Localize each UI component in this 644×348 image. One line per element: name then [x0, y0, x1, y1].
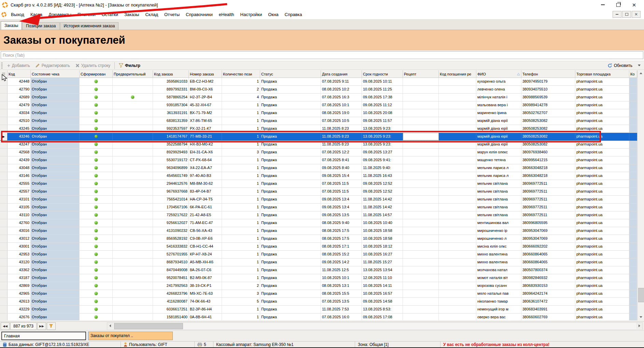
- column-header-label: Статус: [261, 71, 273, 78]
- menu-item-9[interactable]: Справочники: [183, 11, 216, 18]
- menu-item-8[interactable]: Отчеты: [161, 11, 183, 18]
- table-row[interactable]: 43187Отобран9520078451В2-М9-0К-871Продаж…: [0, 274, 637, 282]
- add-button[interactable]: + Добавить: [4, 61, 33, 70]
- column-header-prelim[interactable]: Предварительный: [113, 70, 153, 78]
- column-header-created[interactable]: Дата создания: [321, 70, 362, 78]
- column-header-order_num[interactable]: Номер заказа: [189, 70, 222, 78]
- column-header-qty[interactable]: Количество пози: [222, 70, 260, 78]
- column-header-fio[interactable]: ФИО: [476, 70, 521, 78]
- table-row[interactable]: 42760Отобран925661202771-АМ-ЕС-471Продаж…: [0, 219, 637, 227]
- menu-item-7[interactable]: Склад: [142, 11, 161, 18]
- menu-item-10[interactable]: eHealth: [216, 11, 237, 18]
- cell-status: Продажа: [260, 243, 321, 250]
- column-header-state[interactable]: Состояние чека: [31, 70, 80, 78]
- last-record-button[interactable]: ▶▶: [37, 322, 46, 330]
- mdi-close-button[interactable]: ✕: [632, 11, 641, 18]
- column-header-formed[interactable]: Сформирован: [80, 70, 113, 78]
- cell-created: 09.08.2025 13:4: [321, 196, 362, 203]
- table-row[interactable]: 43101Отобран7565421014НА-СР-34-Т51Продаж…: [0, 196, 637, 204]
- menu-item-2[interactable]: Касса: [27, 11, 45, 18]
- cell-order_code: 9634096899: [153, 164, 189, 172]
- cell-platform: pharmapoint.ua: [575, 117, 629, 125]
- table-row[interactable]: 43110Отобран725921762221-42-А8-Е51Продаж…: [0, 211, 637, 219]
- table-row[interactable]: 42439Отобран5530719172СТ-РХ-68-641Продаж…: [0, 156, 637, 164]
- table-row[interactable]: 42613Отобран411628008774-0К-66-435Продаж…: [0, 298, 637, 306]
- menu-item-6[interactable]: Заказы: [121, 11, 142, 18]
- taskbar-button-orders[interactable]: Заказы от покупател ..: [88, 332, 173, 340]
- column-header-code[interactable]: Код: [8, 70, 31, 78]
- mdi-restore-button[interactable]: [622, 11, 631, 18]
- tab-3[interactable]: История изменения заказа: [60, 22, 119, 30]
- cell-redemption: [439, 219, 476, 227]
- column-header-redemption[interactable]: Код погашения ре: [439, 70, 476, 78]
- table-row[interactable]: 43034Отобран3613931191ВХ-71-79-М21Продаж…: [0, 109, 637, 117]
- column-header-order_code[interactable]: Код заказа: [153, 70, 189, 78]
- horizontal-scrollbar-thumb[interactable]: [114, 323, 183, 329]
- table-row[interactable]: 43362Отобран84704490088А-26-07-С61Продаж…: [0, 266, 637, 274]
- search-input[interactable]: [1, 51, 643, 59]
- table-row[interactable]: 43012Отобран8569528192С9-0В-ХР-Е61Продаж…: [0, 235, 637, 243]
- table-row[interactable]: 42448Отобран3595861033ЕВ-С2-Н3-М21Продаж…: [0, 78, 637, 86]
- filter-button[interactable]: Фильтр: [116, 61, 143, 70]
- table-row[interactable]: 42689Отобран5878865254Н2-3Т-2Р-В44Продаж…: [0, 94, 637, 101]
- refresh-dropdown-arrow-icon[interactable]: [638, 65, 641, 66]
- table-row[interactable]: 43048Отобран9634096899Х4-22-ЕА-А71Продаж…: [0, 164, 637, 172]
- table-row[interactable]: 43247Отобран3522588794НХ-В3-М0-К21Продаж…: [0, 141, 637, 149]
- table-row[interactable]: 43001Отобран5416333832СВ-Н1-СС-441Продаж…: [0, 243, 637, 251]
- table-row[interactable]: 42555Отобран2944612576М8-ВМ-30-621Продаж…: [0, 180, 637, 188]
- cell-fio: мяло наталья пав: [476, 290, 521, 297]
- menu-item-1[interactable]: Выход: [8, 11, 27, 18]
- tab-2[interactable]: Позиции заказа: [22, 22, 59, 30]
- close-button[interactable]: ✕: [626, 0, 642, 9]
- column-header-ko[interactable]: Ко: [629, 70, 637, 78]
- tab-1[interactable]: Заказы: [1, 21, 22, 30]
- cell-expiry: 10.08.2025 10:40: [362, 219, 403, 227]
- table-row[interactable]: ▶43246Отобран14181747677Т-МВ-33-211Прода…: [0, 133, 637, 141]
- vertical-scrollbar[interactable]: [637, 70, 644, 320]
- column-header-sel[interactable]: [0, 70, 8, 78]
- scroll-up-button[interactable]: [638, 70, 644, 76]
- edit-button[interactable]: Редактировать: [33, 61, 73, 70]
- table-row[interactable]: 42557Отобран967693766883-4Р-04-В71Продаж…: [0, 188, 637, 196]
- table-row[interactable]: 43016Отобран4131090232СВ-56-ХА-431Продаж…: [0, 227, 637, 235]
- scroll-down-button[interactable]: [638, 314, 644, 320]
- column-header-phone[interactable]: Телефон: [521, 70, 575, 78]
- menu-item-5[interactable]: Остатки: [99, 11, 121, 18]
- column-header-expiry[interactable]: Срок годности: [362, 70, 403, 78]
- table-row[interactable]: 43229Отобран6036617251В2-3Р-86-Н41Продаж…: [0, 306, 637, 314]
- restore-button[interactable]: [611, 0, 626, 9]
- column-header-receipt[interactable]: Рецепт: [403, 70, 439, 78]
- table-row[interactable]: 43105Отобран17045671066К-РА-ЕС-611Продаж…: [0, 204, 637, 211]
- table-row[interactable]: 43245Отобран9923537597РХ-32-21-К71Продаж…: [0, 125, 637, 133]
- table-row[interactable]: 42510Отобран6838131359Х7-86-ТМ-651Продаж…: [0, 117, 637, 125]
- navigator-filter-button[interactable]: [47, 322, 56, 330]
- table-row[interactable]: 42676Отобран15818514000А-8В-6Н-411Продаж…: [0, 314, 637, 320]
- menu-item-4[interactable]: Платежи: [74, 11, 99, 18]
- menu-item-12[interactable]: Окна: [265, 11, 281, 18]
- menu-item-11[interactable]: Настройки: [237, 11, 265, 18]
- table-row[interactable]: 42568Отобран8929929493ЕН-31-СА-Х63Продаж…: [0, 149, 637, 156]
- table-row[interactable]: 42869Отобран241799256338-19-СК-Р12Продаж…: [0, 282, 637, 290]
- mdi-minimize-button[interactable]: [613, 11, 621, 18]
- scroll-left-button[interactable]: [107, 323, 113, 329]
- refresh-button[interactable]: Обновить: [605, 61, 635, 70]
- table-row[interactable]: 42479Отобран939185730445-32-ХН-671Продаж…: [0, 101, 637, 109]
- cell-redemption: [439, 266, 476, 274]
- taskbar-button-home[interactable]: Главная: [1, 332, 86, 340]
- delete-row-button[interactable]: Удалить строку: [73, 61, 113, 70]
- table-row[interactable]: 42965Отобран4266823796М9-ХС-7Е-633Продаж…: [0, 290, 637, 298]
- horizontal-scrollbar[interactable]: [107, 322, 643, 330]
- column-header-platform[interactable]: Торговая площадка: [575, 70, 629, 78]
- menu-item-3[interactable]: Документы: [45, 11, 74, 18]
- table-row[interactable]: 42790Отобран8897992331ВМ-09-С0-Х62Продаж…: [0, 86, 637, 94]
- table-row[interactable]: 43120Отобран8687934510А5-МВ-ХН-К61Продаж…: [0, 259, 637, 266]
- table-row[interactable]: 42953Отобран5276701955КР-Н7-Х8-241Продаж…: [0, 251, 637, 259]
- status-alert-label: У вас есть не обработанные заказы из кол…: [443, 342, 549, 347]
- table-row[interactable]: 43146Отобран454560174997-40-А0-В31Продаж…: [0, 172, 637, 180]
- minimize-button[interactable]: [595, 0, 611, 9]
- menu-item-13[interactable]: Справка: [282, 11, 305, 18]
- first-record-button[interactable]: ◀◀: [1, 322, 10, 330]
- vertical-scrollbar-thumb[interactable]: [638, 288, 644, 302]
- scroll-right-button[interactable]: [636, 323, 642, 329]
- column-header-status[interactable]: Статус: [260, 70, 321, 78]
